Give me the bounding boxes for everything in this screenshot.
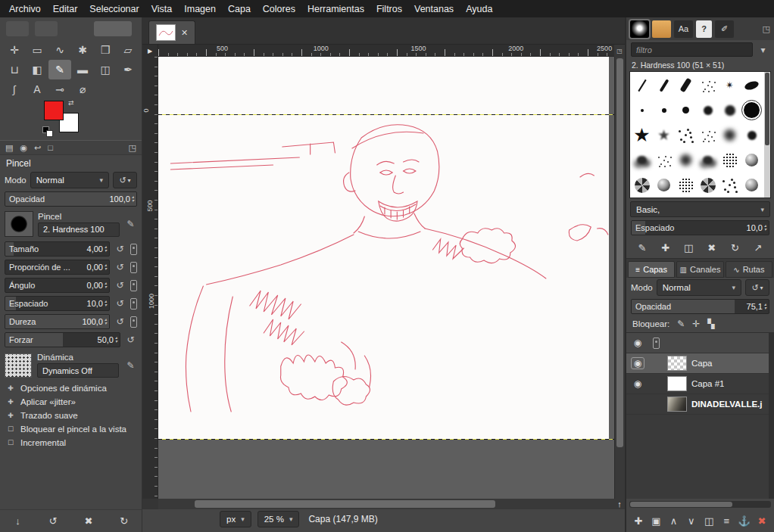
images-tab-icon[interactable]: □ — [48, 143, 53, 152]
bucket-fill-tool-icon[interactable]: ⊔ — [3, 60, 26, 79]
size-slider[interactable]: Tamaño 4,00 ▴▾ — [5, 241, 110, 257]
tool-presets-tab[interactable]: ✐ — [715, 20, 734, 38]
menu-herramientas[interactable]: Herramientas — [301, 2, 370, 17]
spinner-icon[interactable]: ▴▾ — [105, 318, 109, 325]
spinner-icon[interactable]: ▴▾ — [105, 245, 109, 253]
spinner-icon[interactable]: ▴▾ — [132, 195, 136, 203]
brush-thumbnail[interactable] — [653, 98, 675, 123]
brush-thumbnail[interactable] — [631, 148, 653, 173]
lock-brush-to-view-checkbox[interactable]: ☐ Bloquear el pincel a la vista — [0, 422, 142, 436]
default-colors-icon[interactable] — [42, 126, 55, 138]
horizontal-scrollbar[interactable] — [158, 499, 614, 509]
spinner-icon[interactable]: ▴▾ — [764, 303, 769, 310]
layer-thumbnail[interactable] — [667, 397, 687, 412]
brush-thumbnail[interactable] — [675, 148, 697, 173]
layer-opacity-slider[interactable]: Opacidad 75,1 ▴▾ — [631, 299, 769, 314]
brush-thumbnail[interactable] — [653, 148, 675, 173]
unit-dropdown[interactable]: px ▾ — [220, 511, 251, 527]
link-toggle-icon[interactable] — [653, 338, 660, 349]
tab-rutas[interactable]: ∿ Rutas — [726, 261, 772, 278]
eye-icon[interactable]: ◉ — [631, 338, 644, 348]
edit-dynamics-icon[interactable]: ✎ — [124, 359, 137, 372]
edit-brush-button[interactable]: ✎ — [634, 239, 651, 256]
new-layer-button[interactable]: ✚ — [630, 513, 647, 530]
chevron-down-icon[interactable]: ▾ — [757, 43, 769, 57]
lower-layer-button[interactable]: ∨ — [683, 513, 700, 530]
vertical-scrollbar[interactable] — [614, 57, 625, 499]
layers-horizontal-scrollbar[interactable] — [629, 501, 771, 508]
new-layer-group-button[interactable]: ▣ — [648, 513, 664, 530]
menu-editar[interactable]: Editar — [47, 2, 84, 17]
fuzzy-select-tool-icon[interactable]: ✱ — [71, 40, 94, 60]
vertical-ruler[interactable]: 0 500 1000 — [142, 57, 158, 499]
configure-tab-icon[interactable]: ◳ — [129, 143, 136, 153]
reset-icon[interactable]: ↺ — [114, 260, 126, 274]
incremental-checkbox[interactable]: ☐ Incremental — [0, 436, 142, 450]
brush-thumbnail[interactable] — [631, 98, 653, 123]
apply-jitter-expander[interactable]: ✚ Aplicar «jitter» — [0, 395, 142, 409]
reset-icon[interactable]: ↺ — [114, 315, 126, 328]
brush-preview[interactable] — [5, 211, 33, 237]
brush-thumbnail[interactable] — [631, 123, 653, 148]
transform-tool-icon[interactable]: ▱ — [117, 40, 139, 60]
duplicate-layer-button[interactable]: ◫ — [701, 513, 717, 530]
brush-thumbnail[interactable] — [675, 123, 697, 148]
lock-pixels-icon[interactable]: ✎ — [677, 319, 685, 329]
eye-icon[interactable]: ◉ — [631, 357, 644, 369]
new-brush-button[interactable]: ✚ — [657, 239, 674, 256]
device-status-tab-icon[interactable]: ◉ — [20, 143, 27, 153]
ink-tool-icon[interactable]: ✒ — [117, 60, 139, 79]
anchor-layer-button[interactable]: ⚓ — [736, 513, 753, 530]
dynamics-select-button[interactable]: Dynamics Off — [37, 363, 119, 378]
brush-thumbnail[interactable] — [741, 73, 763, 98]
brush-thumbnail[interactable] — [719, 98, 741, 123]
brush-thumbnail[interactable] — [675, 173, 697, 198]
clone-tool-icon[interactable]: ◫ — [94, 60, 117, 79]
smooth-stroke-expander[interactable]: ✚ Trazado suave — [0, 409, 142, 422]
restore-tool-preset-button[interactable]: ↺ — [45, 513, 61, 530]
close-icon[interactable]: ✕ — [181, 28, 188, 38]
raise-layer-button[interactable]: ∧ — [666, 513, 682, 530]
undo-history-tab-icon[interactable]: ↩ — [34, 143, 41, 153]
menu-ventanas[interactable]: Ventanas — [408, 2, 460, 17]
lock-alpha-icon[interactable]: ▚ — [707, 319, 714, 329]
spacing-slider[interactable]: Espaciado 10,0 ▴▾ — [5, 296, 110, 311]
menu-archivo[interactable]: Archivo — [3, 2, 47, 17]
brush-thumbnail[interactable] — [697, 73, 719, 98]
brush-thumbnail[interactable] — [719, 73, 741, 98]
spinner-icon[interactable]: ▴▾ — [764, 224, 769, 232]
ruler-corner[interactable]: ▶ — [142, 45, 158, 57]
tab-capas[interactable]: ≡ Capas — [628, 261, 675, 278]
swap-colors-icon[interactable]: ⇄ — [68, 99, 74, 107]
brush-thumbnail[interactable] — [697, 173, 719, 198]
color-picker-tool-icon[interactable]: ⊸ — [48, 79, 71, 99]
layer-mode-dropdown[interactable]: Normal ▾ — [657, 279, 741, 296]
brush-thumbnail[interactable] — [741, 98, 763, 123]
navigation-preview-button[interactable]: ↑ — [614, 499, 625, 509]
eraser-tool-icon[interactable]: ▬ — [71, 60, 94, 79]
edit-brush-icon[interactable]: ✎ — [124, 217, 137, 231]
menu-colores[interactable]: Colores — [257, 2, 301, 17]
spinner-icon[interactable]: ▴▾ — [115, 336, 120, 344]
brush-thumbnail[interactable] — [631, 73, 653, 98]
brush-thumbnail[interactable] — [741, 123, 763, 148]
layer-mode-reset-button[interactable]: ↺▾ — [745, 279, 769, 296]
tool-options-tab-icon[interactable]: ▤ — [5, 143, 13, 153]
menu-ayuda[interactable]: Ayuda — [460, 2, 498, 17]
layer-row-capa-1[interactable]: ◉ Capa #1 — [626, 374, 774, 394]
brush-thumbnail[interactable] — [675, 98, 697, 123]
angle-slider[interactable]: Ángulo 0,00 ▴▾ — [5, 278, 110, 293]
brush-thumbnail[interactable] — [631, 173, 653, 198]
configure-tab-icon[interactable]: ◳ — [763, 24, 770, 34]
patterns-tab[interactable] — [652, 20, 671, 38]
link-toggle-icon[interactable] — [130, 298, 137, 310]
brush-grid-scrollbar[interactable] — [764, 72, 770, 198]
brush-category-dropdown[interactable]: Basic, ▾ — [630, 201, 770, 217]
brush-thumbnail[interactable] — [719, 173, 741, 198]
dynamics-preview[interactable] — [5, 353, 32, 378]
delete-brush-button[interactable]: ✖ — [704, 239, 720, 256]
horizontal-scrollbar-thumb[interactable] — [195, 500, 495, 508]
zoom-tool-icon[interactable]: ⌀ — [71, 79, 94, 99]
brush-thumbnail[interactable] — [653, 123, 675, 148]
brush-thumbnail[interactable] — [741, 173, 763, 198]
